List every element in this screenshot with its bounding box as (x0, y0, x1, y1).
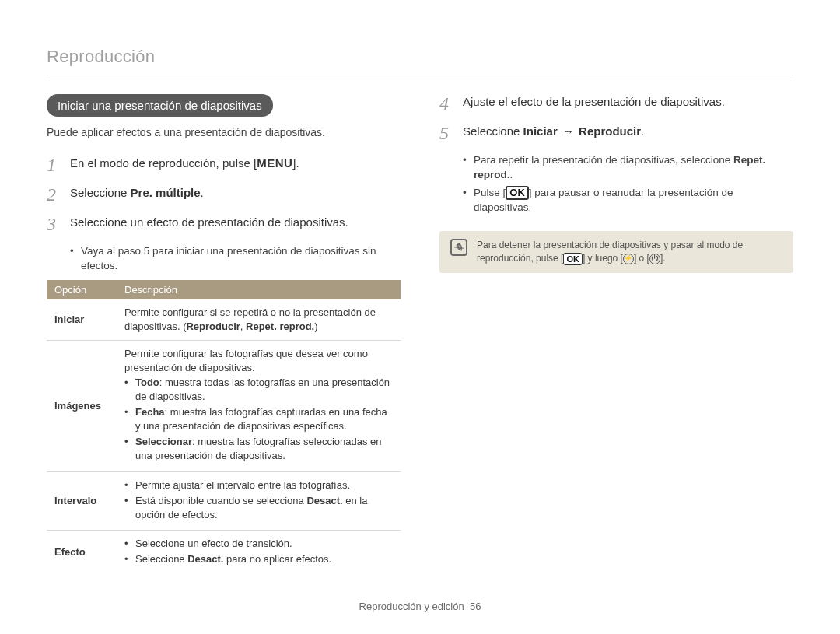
table-row: Imágenes Permite configurar las fotograf… (47, 341, 401, 472)
note-mid: ] y luego [ (583, 253, 623, 264)
step-body: Seleccione un efecto de presentación de … (70, 215, 348, 230)
note-glyph: ✎ (453, 240, 464, 254)
option-label: Efecto (47, 531, 117, 575)
list-item: Pulse [OK] para pausar o reanudar la pre… (463, 186, 793, 215)
step1-post: ]. (292, 156, 299, 170)
step-number: 3 (47, 215, 70, 233)
li-b: Todo (135, 377, 159, 388)
options-table: Opción Descripción Iniciar Permite confi… (47, 280, 401, 575)
arrow-icon: → (559, 124, 577, 138)
step5-post: . (641, 124, 644, 138)
desc-b1: Reproducir (186, 321, 240, 332)
effect-list: Seleccione un efecto de transición. Sele… (124, 537, 393, 566)
step-body: Ajuste el efecto de la presentación de d… (463, 94, 725, 110)
step-number: 4 (439, 94, 463, 113)
menu-key-label: MENU (257, 156, 292, 170)
step3-sub-item: Vaya al paso 5 para iniciar una presenta… (70, 244, 401, 274)
interval-list: Permite ajustar el intervalo entre las f… (124, 478, 393, 523)
right-column: 4 Ajuste el efecto de la presentación de… (439, 94, 793, 575)
sub2-pre: Pulse [ (474, 187, 506, 198)
content-columns: Iniciar una presentación de diapositivas… (47, 94, 793, 575)
option-label: Iniciar (47, 299, 117, 341)
step-3: 3 Seleccione un efecto de presentación d… (47, 215, 401, 233)
step2-pre: Seleccione (70, 186, 131, 199)
th-option: Opción (47, 280, 117, 299)
img-list: Todo: muestra todas las fotografías en u… (124, 376, 393, 464)
step-4: 4 Ajuste el efecto de la presentación de… (439, 94, 793, 113)
step5-b2: Reproducir (579, 124, 641, 138)
ok-key-icon: OK (506, 186, 529, 200)
option-label: Imágenes (47, 341, 117, 472)
desc-sep: , (240, 321, 246, 332)
list-item: Todo: muestra todas las fotografías en u… (124, 376, 393, 404)
page-header: Reproducción (47, 47, 793, 75)
step3-sublist: Vaya al paso 5 para iniciar una presenta… (70, 244, 401, 274)
step-body: Seleccione Iniciar → Reproducir. (463, 124, 644, 139)
note-text: Para detener la presentación de diaposit… (477, 239, 782, 266)
step-number: 5 (439, 124, 463, 142)
img-intro: Permite configurar las fotografías que d… (124, 347, 393, 375)
step-1: 1 En el modo de reproducción, pulse [MEN… (47, 156, 401, 174)
step5-b1: Iniciar (523, 124, 558, 138)
list-item: Para repetir la presentación de diaposit… (463, 153, 793, 183)
step5-sublist: Para repetir la presentación de diaposit… (463, 153, 793, 215)
li-b: Desact. (306, 495, 342, 506)
option-desc: Permite configurar si se repetirá o no l… (117, 299, 401, 341)
option-desc: Permite ajustar el intervalo entre las f… (117, 471, 401, 531)
step5-pre: Seleccione (463, 124, 523, 138)
li-b: Seleccionar (135, 436, 192, 447)
step-number: 1 (47, 156, 70, 174)
flash-key-icon (623, 254, 634, 264)
desc-b2: Repet. reprod. (246, 321, 314, 332)
li-b: Fecha (135, 406, 165, 418)
intro-text: Puede aplicar efectos a una presentación… (47, 126, 401, 138)
note-icon: ✎ (450, 239, 467, 256)
step-body: Seleccione Pre. múltiple. (70, 185, 204, 201)
note-box: ✎ Para detener la presentación de diapos… (439, 231, 793, 274)
step1-pre: En el modo de reproducción, pulse [ (70, 156, 257, 170)
option-desc: Permite configurar las fotografías que d… (117, 341, 401, 472)
desc-post: ) (314, 321, 317, 332)
li-t: : muestra las fotografías capturadas en … (135, 406, 387, 432)
footer-section: Reproducción y edición (359, 601, 464, 612)
step2-post: . (201, 186, 204, 199)
li-b: Desact. (187, 553, 223, 565)
th-description: Descripción (117, 280, 401, 299)
li-pre: Seleccione (135, 553, 187, 565)
ok-key-icon: OK (563, 253, 583, 265)
footer-page: 56 (470, 601, 481, 612)
sub1-pre: Para repetir la presentación de diaposit… (474, 154, 733, 166)
list-item: Permite ajustar el intervalo entre las f… (124, 478, 393, 492)
table-row: Intervalo Permite ajustar el intervalo e… (47, 471, 401, 531)
li-post: para no aplicar efectos. (223, 553, 331, 565)
step-body: En el modo de reproducción, pulse [MENU]… (70, 156, 299, 171)
step-5: 5 Seleccione Iniciar → Reproducir. (439, 124, 793, 142)
section-pill: Iniciar una presentación de diapositivas (47, 94, 273, 117)
list-item: Seleccione un efecto de transición. (124, 537, 393, 551)
list-item: Seleccione Desact. para no aplicar efect… (124, 552, 393, 566)
option-desc: Seleccione un efecto de transición. Sele… (117, 531, 401, 575)
left-column: Iniciar una presentación de diapositivas… (47, 94, 401, 575)
step2-bold: Pre. múltiple (131, 186, 201, 199)
table-row: Efecto Seleccione un efecto de transició… (47, 531, 401, 575)
list-item: Seleccionar: muestra las fotografías sel… (124, 435, 393, 463)
li-pre: Está disponible cuando se selecciona (135, 495, 306, 506)
table-header-row: Opción Descripción (47, 280, 401, 299)
table-row: Iniciar Permite configurar si se repetir… (47, 299, 401, 341)
option-label: Intervalo (47, 471, 117, 531)
power-key-icon (649, 254, 660, 264)
note-end: ]. (660, 253, 666, 264)
step-number: 2 (47, 185, 70, 204)
li-t: : muestra todas las fotografías en una p… (135, 377, 390, 402)
list-item: Está disponible cuando se selecciona Des… (124, 494, 393, 522)
page-footer: Reproducción y edición 56 (0, 601, 840, 612)
list-item: Fecha: muestra las fotografías capturada… (124, 405, 393, 433)
sub1-post: . (510, 169, 513, 180)
step-2: 2 Seleccione Pre. múltiple. (47, 185, 401, 204)
note-or: ] o [ (634, 253, 649, 264)
